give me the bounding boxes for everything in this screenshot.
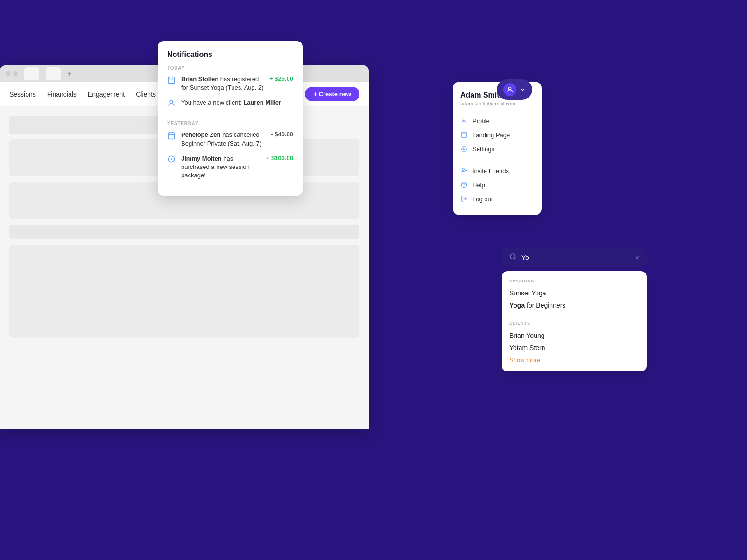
- search-result-brian-young[interactable]: Brian Young: [509, 329, 639, 342]
- nav-item-engagement[interactable]: Engagement: [88, 91, 125, 98]
- nav-item-sessions[interactable]: Sessions: [9, 91, 36, 98]
- svg-line-25: [514, 258, 516, 259]
- notif-session-icon-2: [167, 131, 176, 140]
- profile-menu-item-landing[interactable]: Landing Page: [460, 128, 534, 142]
- window-dot-2: [13, 71, 18, 76]
- search-result-yoga-beginners[interactable]: Yoga for Beginners: [509, 299, 639, 311]
- profile-menu-label-invite: Invite Friends: [472, 168, 509, 175]
- gear-icon: [460, 145, 468, 153]
- svg-point-14: [463, 119, 465, 121]
- search-divider: [509, 316, 639, 316]
- profile-menu-item-invite[interactable]: Invite Friends: [460, 164, 534, 178]
- person-add-icon: [460, 167, 468, 175]
- search-result-sunset-yoga[interactable]: Sunset Yoga: [509, 287, 639, 299]
- add-tab-button[interactable]: +: [67, 70, 71, 78]
- help-icon: [460, 181, 468, 189]
- svg-rect-3: [168, 77, 175, 84]
- browser-icon: [460, 131, 468, 139]
- notification-item-2: You have a new client: Lauren Miller: [167, 98, 293, 108]
- person-icon: [460, 117, 468, 125]
- profile-menu-divider: [460, 160, 534, 160]
- window-tab-2[interactable]: [46, 67, 61, 80]
- notifications-yesterday-label: YESTERDAY: [167, 121, 293, 126]
- profile-menu-label-landing: Landing Page: [472, 132, 510, 139]
- notification-item-4: Jimmy Molten has purchased a new session…: [167, 154, 293, 180]
- logout-icon: [460, 195, 468, 203]
- notifications-today-label: TODAY: [167, 65, 293, 70]
- user-avatar-circle: [503, 83, 516, 96]
- profile-menu-item-profile[interactable]: Profile: [460, 114, 534, 128]
- svg-point-7: [170, 100, 173, 103]
- search-clear-button[interactable]: ×: [635, 254, 639, 261]
- profile-menu-item-settings[interactable]: Settings: [460, 142, 534, 156]
- placeholder-content-area: [9, 245, 359, 338]
- svg-point-18: [462, 168, 465, 171]
- notif-package-icon: [167, 155, 176, 164]
- profile-email: adam.smith@email.com: [460, 101, 534, 106]
- notif-amount-3: - $40.00: [271, 131, 293, 138]
- search-results-panel: SESSIONS Sunset Yoga Yoga for Beginners …: [502, 271, 647, 371]
- svg-point-17: [463, 148, 465, 150]
- svg-point-24: [510, 254, 515, 259]
- search-sessions-label: SESSIONS: [509, 279, 639, 283]
- profile-menu-item-logout[interactable]: Log out: [460, 192, 534, 206]
- nav-item-clients[interactable]: Clients: [136, 91, 156, 98]
- profile-menu-label-logout: Log out: [472, 196, 493, 203]
- search-query-text[interactable]: Yo: [521, 254, 631, 261]
- search-clients-label: CLIENTS: [509, 321, 639, 326]
- create-new-button[interactable]: + Create new: [305, 87, 359, 101]
- user-avatar-button[interactable]: [497, 79, 532, 100]
- notifications-title: Notifications: [167, 50, 293, 59]
- profile-dropdown: Adam Smith adam.smith@email.com Profile …: [453, 82, 542, 215]
- notif-text-2: You have a new client: Lauren Miller: [181, 98, 289, 107]
- profile-menu-item-help[interactable]: Help: [460, 178, 534, 192]
- user-chevron-icon-main: [520, 87, 526, 92]
- profile-menu-label-profile: Profile: [472, 118, 490, 125]
- notif-text-4: Jimmy Molten has purchased a new session…: [181, 154, 261, 180]
- profile-menu-label-help: Help: [472, 182, 485, 189]
- search-bar: Yo ×: [502, 247, 647, 267]
- notif-divider: [167, 115, 293, 115]
- window-dot-1: [6, 71, 10, 76]
- notification-item-1: Brian Stollen has registered for Sunset …: [167, 75, 293, 92]
- notif-text-1: Brian Stollen has registered for Sunset …: [181, 75, 265, 92]
- profile-menu-label-settings: Settings: [472, 146, 494, 153]
- svg-rect-15: [461, 133, 467, 138]
- notif-amount-4: + $100.00: [266, 154, 293, 161]
- window-tab-1[interactable]: [24, 67, 39, 80]
- notif-client-icon-1: [167, 99, 176, 108]
- notif-amount-1: + $25.00: [269, 75, 293, 82]
- search-container: Yo × SESSIONS Sunset Yoga Yoga for Begin…: [502, 247, 647, 371]
- notification-item-3: Penelope Zen has cancelled Beginner Priv…: [167, 131, 293, 147]
- placeholder-bar-2: [9, 225, 359, 239]
- search-result-yotam-stern[interactable]: Yotam Stern: [509, 342, 639, 354]
- svg-rect-8: [168, 133, 175, 139]
- notif-session-icon-1: [167, 76, 176, 85]
- show-more-link[interactable]: Show more: [509, 357, 540, 364]
- notifications-popup: Notifications TODAY Brian Stollen has re…: [158, 41, 303, 196]
- svg-point-13: [508, 87, 511, 90]
- notif-text-3: Penelope Zen has cancelled Beginner Priv…: [181, 131, 266, 147]
- nav-item-financials[interactable]: Financials: [47, 91, 77, 98]
- search-icon: [509, 253, 517, 262]
